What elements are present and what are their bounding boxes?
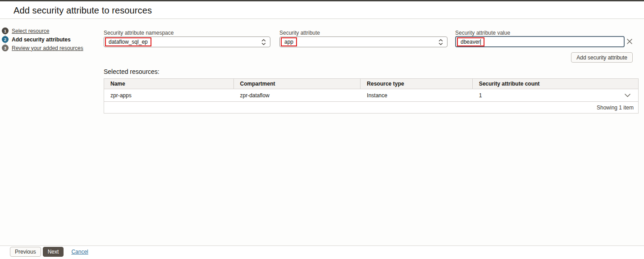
annotation-highlight-namespace: dataflow_sql_ep bbox=[105, 37, 151, 46]
attribute-value-input[interactable]: dbeaver bbox=[455, 36, 625, 47]
step-1-circle: 1 bbox=[2, 27, 9, 34]
row-expand-chevron-down-icon[interactable] bbox=[617, 89, 638, 101]
clear-value-icon[interactable] bbox=[626, 38, 633, 45]
table-header-row: Name Compartment Resource type Security … bbox=[104, 79, 638, 89]
step-3-circle: 3 bbox=[2, 45, 9, 51]
cancel-link[interactable]: Cancel bbox=[71, 249, 88, 255]
wizard-step-select-resource[interactable]: 1 Select resource bbox=[2, 27, 83, 34]
cell-security-attribute-count: 1 bbox=[473, 89, 617, 101]
next-button[interactable]: Next bbox=[43, 247, 64, 257]
column-header-name: Name bbox=[104, 79, 234, 89]
namespace-select-value: dataflow_sql_ep bbox=[109, 39, 148, 45]
select-updown-icon[interactable] bbox=[261, 39, 266, 45]
table-item-count: Showing 1 item bbox=[597, 105, 634, 111]
page-title: Add security attribute to resources bbox=[14, 5, 152, 16]
attribute-select[interactable]: app bbox=[279, 36, 448, 47]
select-updown-icon[interactable] bbox=[438, 39, 443, 45]
attribute-label: Security attribute bbox=[279, 30, 320, 36]
wizard-step-review-added-resources[interactable]: 3 Review your added resources bbox=[2, 45, 83, 51]
step-2-label: Add security attributes bbox=[12, 36, 71, 43]
add-security-attribute-page: Add security attribute to resources 1 Se… bbox=[0, 0, 644, 259]
cell-compartment: zpr-dataflow bbox=[234, 89, 361, 101]
add-security-attribute-button[interactable]: Add security attribute bbox=[571, 52, 633, 63]
annotation-highlight-attribute: app bbox=[281, 37, 297, 46]
step-3-label[interactable]: Review your added resources bbox=[12, 45, 83, 51]
attribute-value-label: Security attribute value bbox=[455, 30, 510, 36]
footer-divider bbox=[0, 245, 644, 259]
column-header-security-attribute-count: Security attribute count bbox=[473, 79, 638, 89]
namespace-label: Security attribute namespace bbox=[104, 30, 174, 36]
column-header-resource-type: Resource type bbox=[361, 79, 473, 89]
table-footer: Showing 1 item bbox=[104, 102, 638, 113]
footer-action-bar: Previous Next Cancel bbox=[10, 247, 88, 257]
annotation-highlight-value: dbeaver bbox=[457, 37, 484, 46]
step-connector bbox=[5, 34, 5, 36]
table-row: zpr-apps zpr-dataflow Instance 1 bbox=[104, 89, 638, 102]
step-2-circle: 2 bbox=[2, 36, 9, 43]
step-1-label[interactable]: Select resource bbox=[12, 28, 49, 34]
text-caret bbox=[480, 39, 481, 45]
selected-resources-heading: Selected resources: bbox=[104, 68, 160, 75]
selected-resources-table: Name Compartment Resource type Security … bbox=[104, 78, 639, 114]
previous-button[interactable]: Previous bbox=[10, 247, 41, 257]
row-expand-cell bbox=[617, 89, 638, 101]
step-connector bbox=[5, 43, 5, 45]
namespace-select[interactable]: dataflow_sql_ep bbox=[104, 36, 270, 47]
page-header: Add security attribute to resources bbox=[0, 1, 644, 19]
wizard-step-add-security-attributes: 2 Add security attributes bbox=[2, 36, 83, 43]
wizard-steps: 1 Select resource 2 Add security attribu… bbox=[2, 27, 83, 53]
cell-name: zpr-apps bbox=[104, 89, 234, 101]
attribute-value-text: dbeaver bbox=[461, 39, 480, 45]
attribute-select-value: app bbox=[284, 39, 293, 45]
column-header-compartment: Compartment bbox=[234, 79, 361, 89]
cell-resource-type: Instance bbox=[361, 89, 473, 101]
